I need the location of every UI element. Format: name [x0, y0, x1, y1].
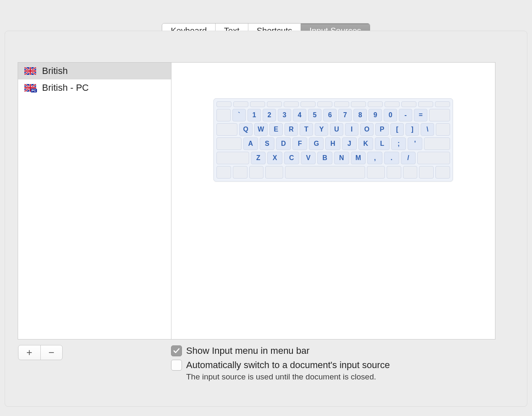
key-blank: [401, 101, 416, 107]
key-blank: [216, 166, 231, 179]
key-blank: [216, 101, 232, 107]
flag-icon: [24, 67, 36, 75]
key-blank: [265, 166, 283, 179]
key: S: [260, 137, 274, 150]
key: X: [267, 152, 282, 164]
key-blank: [387, 166, 401, 179]
key: 9: [369, 109, 382, 121]
flag-icon: PC: [24, 84, 36, 92]
key-blank: [424, 137, 450, 150]
auto-switch-row: Automatically switch to a document's inp…: [171, 360, 495, 371]
keyboard-layout-preview: `1234567890-=QWERTYUIOP[]\ASDFGHJKL;'ZXC…: [213, 98, 453, 182]
key-blank: [233, 166, 248, 179]
svg-rect-4: [24, 71, 36, 72]
key: ;: [391, 137, 406, 150]
key: A: [243, 137, 258, 150]
show-input-menu-checkbox[interactable]: [171, 345, 182, 356]
key: I: [345, 123, 358, 136]
key-blank: [368, 101, 383, 107]
key-blank: [385, 101, 400, 107]
key: K: [358, 137, 373, 150]
key: \: [421, 123, 434, 136]
keyboard-row: ASDFGHJKL;': [216, 137, 450, 150]
show-input-menu-row: Show Input menu in menu bar: [171, 345, 495, 356]
key: 4: [293, 109, 306, 121]
keyboard-row: `1234567890-=: [216, 109, 450, 121]
key-blank: [419, 166, 434, 179]
key-blank: [216, 137, 242, 150]
key: R: [284, 123, 298, 136]
options: Show Input menu in menu bar Automaticall…: [171, 345, 495, 382]
key-blank: [367, 166, 385, 179]
input-source-label: British - PC: [42, 82, 89, 93]
key-blank: [351, 101, 366, 107]
key-blank: [417, 152, 450, 164]
add-source-button[interactable]: +: [18, 345, 41, 360]
key: 3: [278, 109, 291, 121]
keyboard-row: ZXCVBNM,./: [216, 152, 450, 164]
key-blank: [436, 123, 450, 136]
key: B: [317, 152, 332, 164]
key-blank: [418, 101, 433, 107]
key-blank: [317, 101, 332, 107]
key: Z: [251, 152, 266, 164]
key: 0: [384, 109, 397, 121]
key: T: [300, 123, 313, 136]
key: D: [276, 137, 291, 150]
key: L: [375, 137, 390, 150]
key-blank: [435, 101, 450, 107]
auto-switch-label: Automatically switch to a document's inp…: [186, 360, 390, 371]
key: H: [325, 137, 340, 150]
remove-source-button[interactable]: −: [41, 345, 63, 360]
keyboard-preview-area: `1234567890-=QWERTYUIOP[]\ASDFGHJKL;'ZXC…: [171, 63, 495, 339]
key: 1: [248, 109, 261, 121]
key: -: [399, 109, 412, 121]
keyboard-row: [216, 166, 450, 179]
key: /: [401, 152, 416, 164]
key: .: [384, 152, 399, 164]
input-source-item[interactable]: British: [18, 63, 171, 79]
key: W: [254, 123, 268, 136]
pc-badge: PC: [31, 89, 37, 92]
auto-switch-note: The input source is used until the docum…: [186, 372, 495, 382]
content-frame: British PCBritish - PC `1234567890-=QWER…: [18, 62, 495, 340]
key-blank: [250, 101, 265, 107]
key: 2: [263, 109, 276, 121]
key: J: [342, 137, 357, 150]
key: =: [414, 109, 427, 121]
key-blank: [216, 152, 249, 164]
key-blank: [300, 101, 316, 107]
key-blank: [267, 101, 282, 107]
key: ,: [367, 152, 382, 164]
key-blank: [233, 101, 248, 107]
add-remove-source: + −: [18, 345, 63, 360]
key-blank: [216, 109, 231, 121]
key-blank: [429, 109, 450, 121]
key-blank: [403, 166, 418, 179]
key: M: [351, 152, 366, 164]
auto-switch-checkbox[interactable]: [171, 360, 182, 371]
key: ]: [406, 123, 419, 136]
key: F: [292, 137, 307, 150]
key-blank: [334, 101, 349, 107]
key: N: [334, 152, 349, 164]
show-input-menu-label: Show Input menu in menu bar: [186, 345, 310, 356]
key-blank: [249, 166, 264, 179]
input-sources-list: British PCBritish - PC: [18, 63, 171, 339]
prefs-panel: British PCBritish - PC `1234567890-=QWER…: [5, 31, 527, 407]
key-blank: [285, 166, 365, 179]
key: 7: [338, 109, 352, 121]
key: 8: [353, 109, 367, 121]
key: ': [408, 137, 422, 150]
key: 5: [308, 109, 321, 121]
keyboard-row: [216, 101, 450, 107]
key-blank: [216, 123, 237, 136]
key: 6: [323, 109, 337, 121]
key: [: [390, 123, 404, 136]
key: C: [284, 152, 299, 164]
input-source-item[interactable]: PCBritish - PC: [18, 79, 171, 96]
key: `: [232, 109, 246, 121]
key: Y: [315, 123, 328, 136]
key: G: [309, 137, 324, 150]
key: O: [360, 123, 374, 136]
